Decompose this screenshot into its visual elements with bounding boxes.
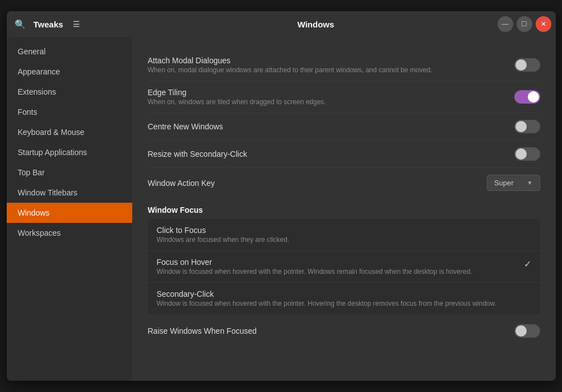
search-button[interactable]: 🔍 [11,15,29,33]
setting-resize-secondary: Resize with Secondary-Click [148,142,540,166]
attach-modal-track[interactable] [514,58,540,72]
focus-option-secondary-click[interactable]: Secondary-Click Window is focused when h… [148,283,540,314]
attach-modal-desc: When on, modal dialogue windows are atta… [148,66,433,74]
menu-button[interactable]: ☰ [68,15,86,33]
title-bar-left: 🔍 Tweaks ☰ [11,15,134,33]
centre-windows-knob [515,121,527,132]
sidebar-item-general[interactable]: General [7,41,132,62]
setting-edge-tiling: Edge Tiling When on, windows are tiled w… [148,82,540,111]
chevron-down-icon: ▼ [527,180,533,186]
close-button[interactable]: ✕ [536,16,551,32]
maximize-icon: ☐ [521,20,527,28]
main-content: General Appearance Extensions Fonts Keyb… [7,37,556,381]
centre-windows-label-group: Centre New Windows [148,122,224,131]
edge-tiling-desc: When on, windows are tiled when dragged … [148,98,326,106]
raise-windows-toggle[interactable] [514,324,540,338]
minimize-icon: — [502,20,509,28]
search-icon: 🔍 [15,19,26,30]
title-bar-right: — ☐ ✕ [498,16,551,32]
sidebar-item-window-titlebars[interactable]: Window Titlebars [7,183,132,203]
resize-secondary-label: Resize with Secondary-Click [148,150,247,158]
minimize-button[interactable]: — [498,16,513,32]
secondary-click-title: Secondary-Click [157,290,496,298]
menu-icon: ☰ [73,20,80,29]
attach-modal-label: Attach Modal Dialogues [148,56,433,65]
attach-modal-toggle[interactable] [514,58,540,72]
sidebar-item-extensions[interactable]: Extensions [7,82,132,102]
edge-tiling-label-group: Edge Tiling When on, windows are tiled w… [148,88,326,106]
click-to-focus-desc: Windows are focused when they are clicke… [157,236,290,244]
edge-tiling-track[interactable] [514,90,540,104]
setting-raise-windows: Raise Windows When Focused [148,319,540,343]
attach-modal-label-group: Attach Modal Dialogues When on, modal di… [148,56,433,74]
resize-secondary-knob [515,148,527,160]
window-title: Windows [298,20,335,29]
content-area: Attach Modal Dialogues When on, modal di… [132,37,556,381]
focus-option-focus-on-hover[interactable]: Focus on Hover Window is focused when ho… [148,251,540,283]
sidebar-item-workspaces[interactable]: Workspaces [7,223,132,243]
sidebar-item-windows[interactable]: Windows [7,203,132,223]
focus-on-hover-desc: Window is focused when hovered with the … [157,268,472,276]
title-bar: 🔍 Tweaks ☰ Windows — ☐ ✕ [7,11,556,37]
app-window: 🔍 Tweaks ☰ Windows — ☐ ✕ General Ap [7,11,556,381]
close-icon: ✕ [541,20,546,28]
sidebar-item-top-bar[interactable]: Top Bar [7,162,132,183]
edge-tiling-label: Edge Tiling [148,88,326,97]
setting-attach-modal: Attach Modal Dialogues When on, modal di… [148,50,540,80]
sidebar-item-startup-applications[interactable]: Startup Applications [7,142,132,162]
window-focus-section-header: Window Focus [148,206,540,214]
edge-tiling-toggle[interactable] [514,90,540,104]
focus-option-click-to-focus[interactable]: Click to Focus Windows are focused when … [148,219,540,251]
window-action-key-dropdown[interactable]: Super ▼ [487,175,540,191]
focus-on-hover-text: Focus on Hover Window is focused when ho… [157,258,472,276]
maximize-button[interactable]: ☐ [517,16,532,32]
focus-on-hover-title: Focus on Hover [157,258,472,267]
centre-windows-toggle[interactable] [514,120,540,133]
resize-secondary-toggle[interactable] [514,147,540,161]
sidebar: General Appearance Extensions Fonts Keyb… [7,37,132,381]
resize-secondary-label-group: Resize with Secondary-Click [148,150,247,158]
window-action-key-label: Window Action Key [148,179,215,188]
focus-on-hover-checkmark: ✓ [524,259,531,269]
setting-window-action-key: Window Action Key Super ▼ [148,169,540,197]
focus-options-group: Click to Focus Windows are focused when … [148,219,540,314]
raise-windows-track[interactable] [514,324,540,338]
title-bar-center: Windows [134,20,498,29]
sidebar-item-fonts[interactable]: Fonts [7,102,132,122]
edge-tiling-knob [528,91,539,102]
raise-windows-label: Raise Windows When Focused [148,326,257,335]
attach-modal-knob [515,59,527,71]
setting-centre-new-windows: Centre New Windows [148,114,540,139]
sidebar-item-appearance[interactable]: Appearance [7,62,132,82]
secondary-click-text: Secondary-Click Window is focused when h… [157,290,496,307]
app-title: Tweaks [34,20,63,29]
resize-secondary-track[interactable] [514,147,540,161]
raise-windows-knob [515,325,527,337]
centre-windows-track[interactable] [514,120,540,133]
click-to-focus-text: Click to Focus Windows are focused when … [157,226,290,244]
window-action-key-value: Super [494,179,514,187]
secondary-click-desc: Window is focused when hovered with the … [157,300,496,307]
click-to-focus-title: Click to Focus [157,226,290,235]
centre-windows-label: Centre New Windows [148,122,224,131]
sidebar-item-keyboard-mouse[interactable]: Keyboard & Mouse [7,122,132,142]
